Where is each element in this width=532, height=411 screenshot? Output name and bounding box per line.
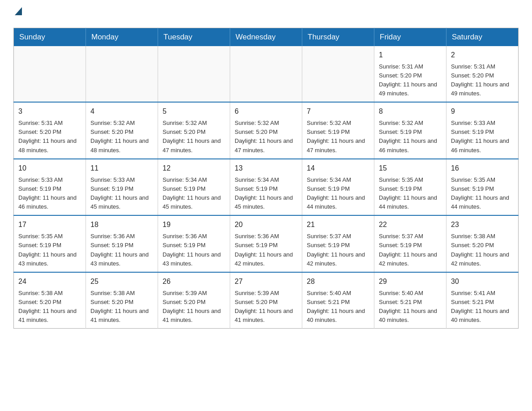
- day-info: Sunrise: 5:31 AMSunset: 5:20 PMDaylight:…: [379, 62, 442, 98]
- calendar-cell: 2Sunrise: 5:31 AMSunset: 5:20 PMDaylight…: [446, 46, 519, 103]
- calendar-cell: [14, 46, 86, 103]
- calendar-cell: 19Sunrise: 5:36 AMSunset: 5:19 PMDayligh…: [158, 215, 230, 272]
- calendar-week-row: 10Sunrise: 5:33 AMSunset: 5:19 PMDayligh…: [14, 159, 519, 216]
- day-info: Sunrise: 5:33 AMSunset: 5:19 PMDaylight:…: [18, 176, 81, 212]
- day-of-week-header: Saturday: [446, 28, 519, 46]
- calendar-cell: 27Sunrise: 5:39 AMSunset: 5:20 PMDayligh…: [230, 272, 302, 329]
- day-number: 4: [90, 106, 153, 117]
- calendar-cell: 5Sunrise: 5:32 AMSunset: 5:20 PMDaylight…: [158, 102, 230, 159]
- day-info: Sunrise: 5:37 AMSunset: 5:19 PMDaylight:…: [307, 232, 369, 268]
- day-info: Sunrise: 5:35 AMSunset: 5:19 PMDaylight:…: [451, 176, 514, 212]
- page-header: [13, 9, 519, 19]
- calendar-cell: 26Sunrise: 5:39 AMSunset: 5:20 PMDayligh…: [158, 272, 230, 329]
- day-number: 27: [235, 276, 297, 287]
- day-number: 6: [235, 106, 297, 117]
- day-info: Sunrise: 5:39 AMSunset: 5:20 PMDaylight:…: [163, 289, 225, 325]
- day-number: 10: [18, 163, 81, 174]
- day-number: 5: [163, 106, 225, 117]
- calendar-cell: 25Sunrise: 5:38 AMSunset: 5:20 PMDayligh…: [86, 272, 158, 329]
- day-info: Sunrise: 5:34 AMSunset: 5:19 PMDaylight:…: [235, 176, 297, 212]
- day-number: 22: [379, 219, 442, 230]
- day-of-week-header: Wednesday: [230, 28, 302, 46]
- day-of-week-header: Tuesday: [158, 28, 230, 46]
- calendar-cell: 21Sunrise: 5:37 AMSunset: 5:19 PMDayligh…: [302, 215, 374, 272]
- day-info: Sunrise: 5:37 AMSunset: 5:19 PMDaylight:…: [379, 232, 442, 268]
- day-number: 28: [307, 276, 369, 287]
- calendar-cell: 10Sunrise: 5:33 AMSunset: 5:19 PMDayligh…: [14, 159, 86, 216]
- day-number: 7: [307, 106, 369, 117]
- day-number: 25: [90, 276, 153, 287]
- day-info: Sunrise: 5:35 AMSunset: 5:19 PMDaylight:…: [379, 176, 442, 212]
- day-info: Sunrise: 5:38 AMSunset: 5:20 PMDaylight:…: [90, 289, 153, 325]
- calendar-cell: 23Sunrise: 5:38 AMSunset: 5:20 PMDayligh…: [446, 215, 519, 272]
- day-of-week-header: Friday: [374, 28, 446, 46]
- calendar-cell: 6Sunrise: 5:32 AMSunset: 5:20 PMDaylight…: [230, 102, 302, 159]
- day-info: Sunrise: 5:33 AMSunset: 5:19 PMDaylight:…: [451, 119, 514, 155]
- day-info: Sunrise: 5:32 AMSunset: 5:19 PMDaylight:…: [307, 119, 369, 155]
- day-info: Sunrise: 5:35 AMSunset: 5:19 PMDaylight:…: [18, 232, 81, 268]
- calendar-cell: 24Sunrise: 5:38 AMSunset: 5:20 PMDayligh…: [14, 272, 86, 329]
- day-info: Sunrise: 5:32 AMSunset: 5:20 PMDaylight:…: [90, 119, 153, 155]
- day-number: 3: [18, 106, 81, 117]
- day-info: Sunrise: 5:31 AMSunset: 5:20 PMDaylight:…: [18, 119, 81, 155]
- day-number: 18: [90, 219, 153, 230]
- calendar-week-row: 17Sunrise: 5:35 AMSunset: 5:19 PMDayligh…: [14, 215, 519, 272]
- calendar-cell: [86, 46, 158, 103]
- day-of-week-header: Thursday: [302, 28, 374, 46]
- day-number: 1: [379, 50, 442, 60]
- day-of-week-header: Sunday: [14, 28, 86, 46]
- calendar-cell: 9Sunrise: 5:33 AMSunset: 5:19 PMDaylight…: [446, 102, 519, 159]
- calendar-cell: 8Sunrise: 5:32 AMSunset: 5:19 PMDaylight…: [374, 102, 446, 159]
- day-info: Sunrise: 5:40 AMSunset: 5:21 PMDaylight:…: [307, 289, 369, 325]
- day-number: 16: [451, 163, 514, 174]
- day-number: 15: [379, 163, 442, 174]
- day-number: 24: [18, 276, 81, 287]
- calendar-cell: 4Sunrise: 5:32 AMSunset: 5:20 PMDaylight…: [86, 102, 158, 159]
- day-number: 17: [18, 219, 81, 230]
- day-number: 20: [235, 219, 297, 230]
- calendar-cell: 13Sunrise: 5:34 AMSunset: 5:19 PMDayligh…: [230, 159, 302, 216]
- day-number: 23: [451, 219, 514, 230]
- day-info: Sunrise: 5:38 AMSunset: 5:20 PMDaylight:…: [18, 289, 81, 325]
- calendar-cell: 16Sunrise: 5:35 AMSunset: 5:19 PMDayligh…: [446, 159, 519, 216]
- day-info: Sunrise: 5:36 AMSunset: 5:19 PMDaylight:…: [90, 232, 153, 268]
- calendar-cell: [158, 46, 230, 103]
- calendar-cell: 11Sunrise: 5:33 AMSunset: 5:19 PMDayligh…: [86, 159, 158, 216]
- logo-triangle-icon: [15, 7, 22, 17]
- day-info: Sunrise: 5:36 AMSunset: 5:19 PMDaylight:…: [235, 232, 297, 268]
- calendar-table: SundayMondayTuesdayWednesdayThursdayFrid…: [13, 28, 519, 329]
- day-number: 26: [163, 276, 225, 287]
- calendar-week-row: 3Sunrise: 5:31 AMSunset: 5:20 PMDaylight…: [14, 102, 519, 159]
- day-number: 8: [379, 106, 442, 117]
- day-number: 11: [90, 163, 153, 174]
- day-info: Sunrise: 5:34 AMSunset: 5:19 PMDaylight:…: [307, 176, 369, 212]
- calendar-cell: 14Sunrise: 5:34 AMSunset: 5:19 PMDayligh…: [302, 159, 374, 216]
- day-number: 2: [451, 50, 514, 60]
- calendar-cell: 12Sunrise: 5:34 AMSunset: 5:19 PMDayligh…: [158, 159, 230, 216]
- calendar-cell: [302, 46, 374, 103]
- calendar-cell: 29Sunrise: 5:40 AMSunset: 5:21 PMDayligh…: [374, 272, 446, 329]
- day-info: Sunrise: 5:38 AMSunset: 5:20 PMDaylight:…: [451, 232, 514, 268]
- day-info: Sunrise: 5:41 AMSunset: 5:21 PMDaylight:…: [451, 289, 514, 325]
- calendar-cell: 18Sunrise: 5:36 AMSunset: 5:19 PMDayligh…: [86, 215, 158, 272]
- calendar-cell: 28Sunrise: 5:40 AMSunset: 5:21 PMDayligh…: [302, 272, 374, 329]
- day-number: 13: [235, 163, 297, 174]
- calendar-cell: 15Sunrise: 5:35 AMSunset: 5:19 PMDayligh…: [374, 159, 446, 216]
- day-of-week-header: Monday: [86, 28, 158, 46]
- day-number: 9: [451, 106, 514, 117]
- day-info: Sunrise: 5:33 AMSunset: 5:19 PMDaylight:…: [90, 176, 153, 212]
- day-number: 12: [163, 163, 225, 174]
- svg-marker-0: [15, 7, 22, 15]
- calendar-week-row: 1Sunrise: 5:31 AMSunset: 5:20 PMDaylight…: [14, 46, 519, 103]
- calendar-cell: 3Sunrise: 5:31 AMSunset: 5:20 PMDaylight…: [14, 102, 86, 159]
- calendar-header-row: SundayMondayTuesdayWednesdayThursdayFrid…: [14, 28, 519, 46]
- day-info: Sunrise: 5:40 AMSunset: 5:21 PMDaylight:…: [379, 289, 442, 325]
- day-info: Sunrise: 5:31 AMSunset: 5:20 PMDaylight:…: [451, 62, 514, 98]
- day-info: Sunrise: 5:32 AMSunset: 5:19 PMDaylight:…: [379, 119, 442, 155]
- day-info: Sunrise: 5:39 AMSunset: 5:20 PMDaylight:…: [235, 289, 297, 325]
- calendar-cell: 20Sunrise: 5:36 AMSunset: 5:19 PMDayligh…: [230, 215, 302, 272]
- day-number: 14: [307, 163, 369, 174]
- logo: [13, 9, 22, 19]
- day-info: Sunrise: 5:36 AMSunset: 5:19 PMDaylight:…: [163, 232, 225, 268]
- calendar-cell: 1Sunrise: 5:31 AMSunset: 5:20 PMDaylight…: [374, 46, 446, 103]
